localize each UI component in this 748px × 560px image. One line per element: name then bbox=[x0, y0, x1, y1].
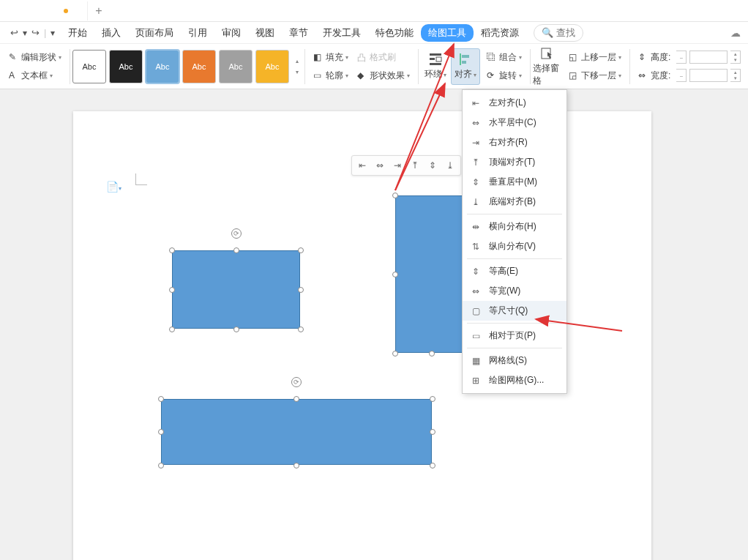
gallery-more-button[interactable]: ▴▾ bbox=[292, 58, 302, 75]
resize-handle[interactable] bbox=[293, 396, 299, 402]
mini-align-center-v-icon[interactable]: ⇕ bbox=[425, 158, 440, 173]
height-stepper[interactable]: ▴▾ bbox=[730, 51, 741, 64]
undo-icon[interactable]: ↩ bbox=[10, 27, 18, 38]
shape-effect-button[interactable]: ◆形状效果▾ bbox=[354, 68, 413, 83]
shape-rectangle-2[interactable] bbox=[395, 195, 468, 353]
align-menu-item[interactable]: ⇔等宽(W) bbox=[463, 281, 566, 301]
group-button[interactable]: ⿻组合▾ bbox=[484, 50, 525, 65]
align-menu-item[interactable]: ⇕垂直居中(M) bbox=[463, 172, 566, 192]
width-stepper[interactable]: ▴▾ bbox=[730, 69, 741, 82]
shape-rectangle-1[interactable] bbox=[172, 250, 300, 329]
menu-pagelayout[interactable]: 页面布局 bbox=[128, 23, 181, 42]
menu-references[interactable]: 引用 bbox=[181, 23, 214, 42]
svg-rect-1 bbox=[430, 58, 435, 60]
rotate-handle-3[interactable]: ⟳ bbox=[291, 377, 302, 387]
resize-handle[interactable] bbox=[430, 429, 435, 435]
resize-handle[interactable] bbox=[158, 463, 164, 468]
align-menu-item[interactable]: ⊞绘图网格(G)... bbox=[463, 370, 566, 390]
align-menu-item[interactable]: ⇹横向分布(H) bbox=[463, 217, 566, 236]
resize-handle[interactable] bbox=[233, 247, 239, 253]
align-menu-item[interactable]: ▢等尺寸(Q) bbox=[463, 301, 566, 321]
selection-pane-button[interactable]: 选择窗格 bbox=[533, 48, 562, 85]
resize-handle[interactable] bbox=[158, 429, 164, 435]
menu-drawing-tools[interactable]: 绘图工具 bbox=[421, 24, 474, 42]
cloud-sync-icon[interactable]: ☁ bbox=[730, 27, 741, 39]
resize-handle[interactable] bbox=[298, 287, 304, 293]
align-menu-item[interactable]: ▦网格线(S) bbox=[463, 351, 566, 370]
align-menu-item[interactable]: ⇤左对齐(L) bbox=[463, 93, 566, 113]
bring-forward-button[interactable]: ◱上移一层▾ bbox=[566, 50, 624, 65]
send-backward-button[interactable]: ◲下移一层▾ bbox=[566, 68, 624, 83]
edit-shape-button[interactable]: ✎编辑形状▾ bbox=[6, 50, 64, 65]
redo-icon[interactable]: ↪ bbox=[31, 27, 40, 38]
rotate-button[interactable]: ⟳旋转▾ bbox=[484, 68, 525, 83]
align-item-icon: ⤓ bbox=[470, 196, 482, 208]
document-tab[interactable] bbox=[44, 1, 88, 20]
new-tab-button[interactable]: + bbox=[88, 4, 110, 18]
menu-insert[interactable]: 插入 bbox=[94, 23, 128, 42]
menu-section[interactable]: 章节 bbox=[282, 23, 315, 42]
align-item-label: 垂直居中(M) bbox=[489, 176, 537, 188]
resize-handle[interactable] bbox=[392, 351, 398, 356]
style-swatch-2[interactable]: Abc bbox=[109, 50, 143, 83]
align-button[interactable]: 对齐 ▾ bbox=[451, 48, 480, 85]
resize-handle[interactable] bbox=[429, 351, 435, 356]
align-menu-item[interactable]: ⇔水平居中(C) bbox=[463, 113, 566, 132]
align-item-icon: ⇔ bbox=[470, 285, 482, 297]
resize-handle[interactable] bbox=[392, 193, 398, 198]
shape-rectangle-3[interactable] bbox=[161, 399, 432, 465]
width-input[interactable] bbox=[689, 69, 728, 82]
menu-review[interactable]: 审阅 bbox=[214, 23, 248, 42]
style-swatch-3[interactable]: Abc bbox=[146, 50, 179, 83]
search-box[interactable]: 🔍 查找 bbox=[534, 24, 583, 42]
outline-button[interactable]: ▭轮廓▾ bbox=[310, 68, 351, 83]
resize-handle[interactable] bbox=[169, 247, 175, 253]
text-box-button[interactable]: A文本框▾ bbox=[6, 68, 64, 83]
menu-start[interactable]: 开始 bbox=[61, 23, 94, 42]
resize-handle[interactable] bbox=[293, 463, 299, 468]
width-stepper-minus[interactable]: – bbox=[676, 69, 687, 82]
mini-align-top-icon[interactable]: ⤒ bbox=[408, 158, 422, 173]
mini-align-right-icon[interactable]: ⇥ bbox=[390, 158, 405, 173]
align-item-label: 右对齐(R) bbox=[489, 136, 528, 149]
mini-align-bottom-icon[interactable]: ⤓ bbox=[443, 158, 457, 173]
align-item-icon: ⇕ bbox=[470, 266, 482, 277]
align-menu-item[interactable]: ⤒顶端对齐(T) bbox=[463, 152, 566, 172]
align-menu-item[interactable]: ⇅纵向分布(V) bbox=[463, 236, 566, 256]
style-swatch-1[interactable]: Abc bbox=[72, 50, 106, 83]
align-menu-item[interactable]: ▭相对于页(P) bbox=[463, 326, 566, 346]
mini-align-center-h-icon[interactable]: ⇔ bbox=[373, 158, 387, 173]
menu-special[interactable]: 特色功能 bbox=[368, 23, 421, 42]
menu-docer[interactable]: 稻壳资源 bbox=[474, 23, 526, 42]
resize-handle[interactable] bbox=[233, 326, 239, 332]
resize-handle[interactable] bbox=[169, 326, 175, 332]
resize-handle[interactable] bbox=[430, 396, 435, 402]
rotate-handle-1[interactable]: ⟳ bbox=[231, 228, 242, 239]
resize-handle[interactable] bbox=[392, 272, 398, 277]
resize-handle[interactable] bbox=[298, 326, 304, 332]
resize-handle[interactable] bbox=[158, 396, 164, 402]
resize-handle[interactable] bbox=[430, 463, 435, 468]
align-menu-item[interactable]: ⤓底端对齐(B) bbox=[463, 192, 566, 212]
style-swatch-5[interactable]: Abc bbox=[219, 50, 253, 83]
mini-align-left-icon[interactable]: ⇤ bbox=[355, 158, 370, 173]
paragraph-options-icon[interactable]: 📄▾ bbox=[106, 181, 121, 193]
align-item-label: 相对于页(P) bbox=[489, 329, 536, 342]
height-stepper-minus[interactable]: – bbox=[676, 51, 687, 64]
menu-view[interactable]: 视图 bbox=[248, 23, 282, 42]
resize-handle[interactable] bbox=[298, 247, 304, 253]
mini-align-toolbar[interactable]: ⇤ ⇔ ⇥ ⤒ ⇕ ⤓ bbox=[351, 155, 461, 176]
resize-handle[interactable] bbox=[169, 287, 175, 293]
style-swatch-6[interactable]: Abc bbox=[255, 50, 289, 83]
align-menu-item[interactable]: ⇥右对齐(R) bbox=[463, 132, 566, 152]
shape-style-gallery[interactable]: Abc Abc Abc Abc Abc Abc ▴▾ bbox=[72, 50, 302, 83]
wrap-button[interactable]: 环绕 ▾ bbox=[421, 48, 450, 85]
style-swatch-4[interactable]: Abc bbox=[182, 50, 216, 83]
fill-button[interactable]: ◧填充▾ bbox=[310, 50, 351, 65]
menu-devtools[interactable]: 开发工具 bbox=[315, 23, 368, 42]
height-input[interactable] bbox=[689, 51, 728, 64]
align-menu-item[interactable]: ⇕等高(E) bbox=[463, 261, 566, 281]
quick-access: ↩▾ ↪ | ▾ bbox=[4, 27, 61, 38]
align-item-icon: ⇔ bbox=[470, 117, 482, 129]
align-item-label: 底端对齐(B) bbox=[489, 195, 536, 208]
